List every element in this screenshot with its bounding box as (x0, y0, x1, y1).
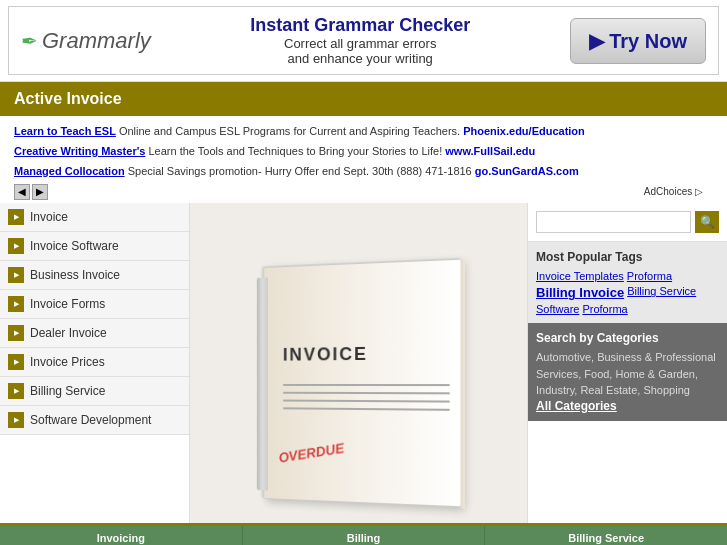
ad-text-1: Online and Campus ESL Programs for Curre… (119, 125, 460, 137)
sidebar: Invoice Invoice Software Business Invoic… (0, 203, 190, 523)
ad-text-3: Special Savings promotion- Hurry Offer e… (128, 165, 472, 177)
book-line-2 (282, 392, 449, 395)
book-pages: INVOICE OVERDUE (263, 259, 461, 508)
ad-tagline2: Correct all grammar errors (161, 36, 560, 51)
tag-billing-invoice[interactable]: Billing Invoice (536, 285, 624, 300)
search-input[interactable] (536, 211, 691, 233)
tab-billing[interactable]: Billing (243, 526, 486, 545)
ad-logo-text: Grammarly (42, 28, 151, 54)
tag-software[interactable]: Software (536, 303, 579, 315)
sidebar-label-2: Invoice Software (30, 239, 119, 253)
tags-title: Most Popular Tags (536, 250, 719, 264)
book-line-3 (282, 400, 449, 403)
sidebar-label-6: Invoice Prices (30, 355, 105, 369)
arrow-icon-7 (8, 383, 24, 399)
book-label: INVOICE (282, 344, 367, 366)
book-line-1 (282, 384, 449, 386)
all-categories-link[interactable]: All Categories (536, 399, 617, 413)
sidebar-item-software-development[interactable]: Software Development (0, 406, 189, 435)
right-panel: 🔍 Most Popular Tags Invoice Templates Pr… (527, 203, 727, 523)
ad-center: Instant Grammar Checker Correct all gram… (161, 15, 560, 66)
ad-logo: ✒ Grammarly (21, 28, 151, 54)
arrow-icon-5 (8, 325, 24, 341)
arrow-icon-2 (8, 238, 24, 254)
sidebar-label-4: Invoice Forms (30, 297, 105, 311)
tab-billing-service[interactable]: Billing Service (485, 526, 727, 545)
bottom-tabs: Invoicing Billing Billing Service (0, 523, 727, 545)
categories-title: Search by Categories (536, 331, 719, 345)
ad-next-button[interactable]: ▶ (32, 184, 48, 200)
search-button[interactable]: 🔍 (695, 211, 719, 233)
sidebar-item-dealer-invoice[interactable]: Dealer Invoice (0, 319, 189, 348)
ad-anchor-3[interactable]: Managed Collocation (14, 165, 125, 177)
ad-prev-button[interactable]: ◀ (14, 184, 30, 200)
ad-strip: Learn to Teach ESL Online and Campus ESL… (0, 116, 727, 203)
sidebar-label-3: Business Invoice (30, 268, 120, 282)
arrow-icon-1 (8, 209, 24, 225)
arrow-icon-6 (8, 354, 24, 370)
sidebar-item-invoice-forms[interactable]: Invoice Forms (0, 290, 189, 319)
ad-anchor-2[interactable]: Creative Writing Master's (14, 145, 145, 157)
ad-url-3[interactable]: go.SunGardAS.com (475, 165, 579, 177)
ad-url-2[interactable]: www.FullSail.edu (445, 145, 535, 157)
tag-proforma-2[interactable]: Proforma (582, 303, 627, 315)
ad-anchor-1[interactable]: Learn to Teach ESL (14, 125, 116, 137)
sidebar-label-5: Dealer Invoice (30, 326, 107, 340)
book-stamp: OVERDUE (277, 440, 345, 466)
ad-link-3: Managed Collocation Special Savings prom… (14, 162, 713, 182)
ad-cta-button[interactable]: ▶ Try Now (570, 18, 706, 64)
sidebar-label-7: Billing Service (30, 384, 105, 398)
ad-url-1[interactable]: Phoenix.edu/Education (463, 125, 585, 137)
adchoices-label: AdChoices ▷ (644, 183, 713, 201)
page-title: Active Invoice (0, 82, 727, 116)
arrow-icon-4 (8, 296, 24, 312)
tag-proforma-1[interactable]: Proforma (627, 270, 672, 282)
sidebar-item-business-invoice[interactable]: Business Invoice (0, 261, 189, 290)
book-lines (282, 384, 449, 417)
ad-nav: ◀ ▶ AdChoices ▷ (14, 183, 713, 201)
center-image-area: INVOICE OVERDUE (190, 203, 527, 523)
tab-invoicing[interactable]: Invoicing (0, 526, 243, 545)
tag-invoice-templates[interactable]: Invoice Templates (536, 270, 624, 282)
ad-text-2: Learn the Tools and Techniques to Bring … (148, 145, 442, 157)
ad-banner: ✒ Grammarly Instant Grammar Checker Corr… (0, 6, 727, 82)
tag-billing-service[interactable]: Billing Service (627, 285, 696, 300)
arrow-icon-8 (8, 412, 24, 428)
sidebar-item-billing-service[interactable]: Billing Service (0, 377, 189, 406)
ad-link-2: Creative Writing Master's Learn the Tool… (14, 142, 713, 162)
book-line-4 (282, 408, 449, 412)
main-content: Invoice Invoice Software Business Invoic… (0, 203, 727, 523)
sidebar-item-invoice-prices[interactable]: Invoice Prices (0, 348, 189, 377)
sidebar-label-1: Invoice (30, 210, 68, 224)
ad-tagline3: and enhance your writing (161, 51, 560, 66)
arrow-icon-3 (8, 267, 24, 283)
tags-list: Invoice Templates Proforma Billing Invoi… (536, 270, 719, 315)
categories-text: Automotive, Business & Professional Serv… (536, 349, 719, 399)
invoice-book: INVOICE OVERDUE (229, 223, 489, 503)
sidebar-label-8: Software Development (30, 413, 151, 427)
tags-section: Most Popular Tags Invoice Templates Prof… (528, 242, 727, 323)
categories-section: Search by Categories Automotive, Busines… (528, 323, 727, 421)
sidebar-item-invoice-software[interactable]: Invoice Software (0, 232, 189, 261)
ad-tagline1: Instant Grammar Checker (161, 15, 560, 36)
ad-link-1: Learn to Teach ESL Online and Campus ESL… (14, 122, 713, 142)
sidebar-item-invoice[interactable]: Invoice (0, 203, 189, 232)
pen-icon: ✒ (21, 29, 38, 53)
search-box: 🔍 (528, 203, 727, 242)
